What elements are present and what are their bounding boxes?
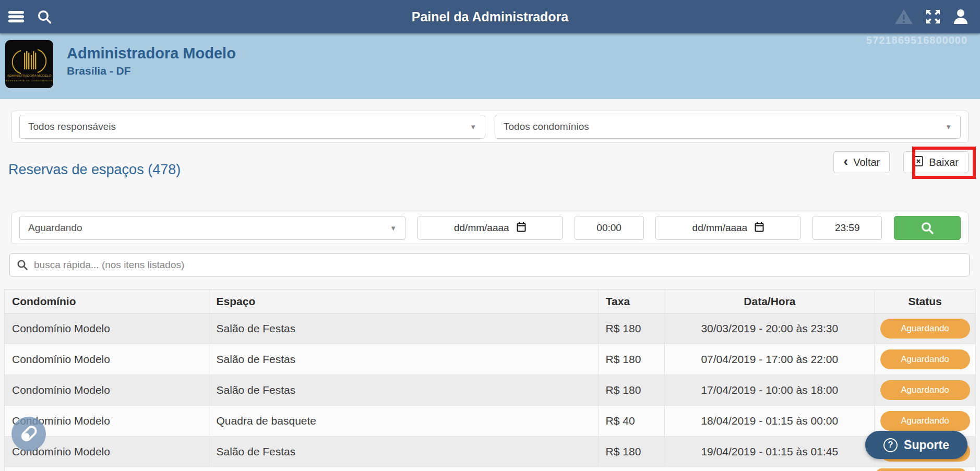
cell-espaco: Quadra de basquete bbox=[209, 406, 599, 436]
table-row[interactable]: Condomínio Modelo Salão de Festas R$ 180… bbox=[5, 375, 975, 406]
watermark-number: 5721869516800000 bbox=[866, 34, 967, 46]
logo-title-text: ADMINISTRADORA MODELO bbox=[7, 74, 51, 77]
feedback-widget-button[interactable] bbox=[11, 417, 46, 451]
cell-condominio: Condomínio Modelo bbox=[5, 313, 209, 344]
administrator-name: Administradora Modelo bbox=[67, 45, 236, 62]
status-badge bbox=[876, 468, 966, 471]
cell-condominio: Condomínio Modelo bbox=[5, 344, 209, 375]
reservations-table: Condomínio Espaço Taxa Data/Hora Status … bbox=[4, 289, 976, 471]
search-submit-button[interactable] bbox=[894, 216, 961, 240]
organization-header: ADMINISTRADORA MODELO ASSESSORIA DE COND… bbox=[0, 33, 980, 99]
cell-datahora: 19/04/2019 - 01:15 às 01:45 bbox=[665, 437, 875, 467]
fullscreen-expand-icon[interactable] bbox=[925, 8, 941, 25]
date-start-input[interactable]: dd/mm/aaaa bbox=[417, 216, 563, 240]
search-icon bbox=[17, 259, 28, 273]
cell-condominio: Condomínio Modelo bbox=[5, 375, 209, 405]
chevron-down-icon: ▼ bbox=[945, 123, 952, 131]
action-buttons: ‹ Voltar Baixar bbox=[833, 151, 969, 173]
hamburger-menu-icon[interactable] bbox=[7, 9, 25, 24]
status-badge: Aguardando bbox=[880, 380, 970, 400]
header-status: Status bbox=[875, 289, 975, 313]
date-start-value: dd/mm/aaaa bbox=[454, 222, 509, 234]
calendar-icon[interactable] bbox=[517, 222, 526, 235]
cell-status: Aguardando bbox=[875, 375, 975, 405]
cell-taxa: R$ 180 bbox=[599, 437, 665, 467]
main-content: Todos responsáveis ▼ Todos condomínios ▼… bbox=[0, 99, 980, 471]
date-end-input[interactable]: dd/mm/aaaa bbox=[655, 216, 800, 240]
cell-taxa: R$ 180 bbox=[599, 313, 665, 344]
status-badge: Aguardando bbox=[880, 319, 970, 339]
top-navbar: Painel da Administradora bbox=[0, 0, 980, 33]
quick-search-input[interactable] bbox=[9, 253, 970, 276]
company-logo: ADMINISTRADORA MODELO ASSESSORIA DE COND… bbox=[5, 40, 53, 88]
time-end-input[interactable] bbox=[812, 216, 882, 240]
chevron-down-icon: ▼ bbox=[470, 123, 476, 131]
search-icon[interactable] bbox=[37, 9, 52, 25]
warning-triangle-icon[interactable] bbox=[894, 8, 913, 25]
download-file-icon bbox=[913, 155, 924, 170]
toggle-heart-icon bbox=[17, 422, 41, 446]
table-row-partial bbox=[5, 467, 975, 471]
header-condominio: Condomínio bbox=[5, 289, 209, 313]
section-title: Reservas de espaços (478) bbox=[8, 162, 181, 178]
administrator-city: Brasília - DF bbox=[67, 65, 131, 77]
cell-datahora: 30/03/2019 - 20:00 às 23:30 bbox=[665, 313, 875, 344]
cell-espaco: Salão de Festas bbox=[209, 313, 599, 344]
table-row[interactable]: Condomínio Modelo Quadra de basquete R$ … bbox=[5, 406, 975, 437]
cell-datahora: 07/04/2019 - 17:00 às 22:00 bbox=[665, 344, 875, 375]
logo-subtitle-text: ASSESSORIA DE CONDOMÍNIOS bbox=[6, 79, 53, 82]
app-window: Painel da Administradora bbox=[0, 0, 980, 471]
cell-taxa: R$ 180 bbox=[599, 344, 665, 375]
cell-espaco: Salão de Festas bbox=[209, 375, 599, 405]
search-icon bbox=[921, 221, 934, 235]
reservation-filters-card: Aguardando ▼ dd/mm/aaaa dd/mm/aaaa bbox=[11, 212, 969, 244]
status-badge: Aguardando bbox=[880, 349, 970, 369]
header-datahora: Data/Hora bbox=[665, 289, 875, 313]
table-row[interactable]: Condomínio Modelo Salão de Festas R$ 180… bbox=[5, 437, 975, 467]
voltar-label: Voltar bbox=[853, 156, 880, 168]
cell-taxa: R$ 180 bbox=[599, 375, 665, 405]
calendar-icon[interactable] bbox=[755, 222, 764, 235]
table-header-row: Condomínio Espaço Taxa Data/Hora Status bbox=[5, 289, 975, 313]
quick-search bbox=[9, 253, 970, 276]
status-select[interactable]: Aguardando ▼ bbox=[19, 216, 405, 240]
cell-status: Aguardando bbox=[875, 313, 975, 344]
table-row[interactable]: Condomínio Modelo Salão de Festas R$ 180… bbox=[5, 344, 975, 375]
top-filters-card: Todos responsáveis ▼ Todos condomínios ▼ bbox=[11, 111, 969, 143]
chevron-down-icon: ▼ bbox=[390, 224, 397, 232]
cell-espaco: Salão de Festas bbox=[209, 437, 599, 467]
header-espaco: Espaço bbox=[209, 289, 599, 313]
voltar-button[interactable]: ‹ Voltar bbox=[833, 151, 890, 173]
cell-datahora: 17/04/2019 - 10:00 às 18:00 bbox=[665, 375, 875, 405]
cell-taxa: R$ 40 bbox=[599, 406, 665, 436]
table-row[interactable]: Condomínio Modelo Salão de Festas R$ 180… bbox=[5, 313, 975, 344]
cell-espaco: Salão de Festas bbox=[209, 344, 599, 375]
header-taxa: Taxa bbox=[599, 289, 665, 313]
baixar-button[interactable]: Baixar bbox=[903, 151, 969, 173]
time-start-input[interactable] bbox=[575, 216, 644, 240]
date-end-value: dd/mm/aaaa bbox=[692, 222, 748, 234]
cell-datahora: 18/04/2019 - 01:15 às 00:00 bbox=[665, 406, 875, 436]
condominios-select[interactable]: Todos condomínios ▼ bbox=[495, 115, 961, 139]
user-profile-icon[interactable] bbox=[953, 8, 969, 25]
condominios-select-value: Todos condomínios bbox=[504, 121, 589, 132]
responsaveis-select[interactable]: Todos responsáveis ▼ bbox=[19, 115, 485, 139]
status-badge: Aguardando bbox=[880, 411, 970, 431]
question-mark-icon: ? bbox=[883, 438, 898, 452]
chevron-left-icon: ‹ bbox=[843, 154, 848, 168]
page-title: Painel da Administradora bbox=[0, 9, 980, 25]
suporte-button[interactable]: ? Suporte bbox=[865, 431, 967, 459]
status-select-value: Aguardando bbox=[28, 222, 82, 234]
responsaveis-select-value: Todos responsáveis bbox=[28, 121, 116, 132]
cell-status: Aguardando bbox=[875, 344, 975, 375]
suporte-label: Suporte bbox=[904, 438, 949, 452]
baixar-label: Baixar bbox=[929, 156, 959, 168]
